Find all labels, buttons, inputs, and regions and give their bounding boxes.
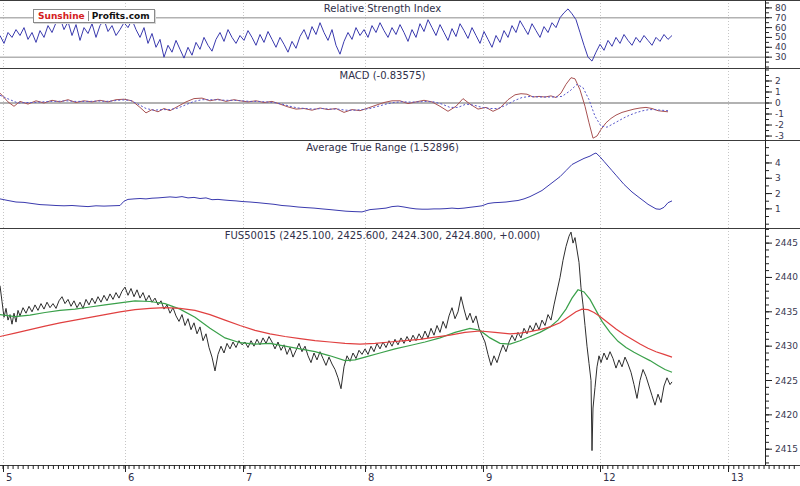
day-label: 7 bbox=[246, 472, 252, 483]
y-tick-label: 2435 bbox=[775, 307, 798, 317]
atr-line bbox=[0, 153, 672, 212]
y-tick-label: 30 bbox=[775, 52, 787, 62]
logo-profits: Profits.com bbox=[88, 11, 150, 21]
atr-plot: 1234 bbox=[0, 140, 800, 228]
y-tick-label: 2 bbox=[775, 76, 781, 86]
day-label: 12 bbox=[603, 472, 616, 483]
y-tick-label: 0 bbox=[775, 98, 781, 108]
y-tick-label: -1 bbox=[775, 109, 784, 119]
y-tick-label: 4 bbox=[775, 158, 781, 168]
date-axis-plot: 567891213 bbox=[0, 465, 800, 486]
day-label: 8 bbox=[368, 472, 374, 483]
price-plot: 2415242024252430243524402445 bbox=[0, 228, 800, 465]
y-tick-label: 1 bbox=[775, 204, 781, 214]
y-tick-label: 60 bbox=[775, 23, 787, 33]
y-tick-label: 70 bbox=[775, 13, 787, 23]
y-tick-label: 3 bbox=[775, 173, 781, 183]
day-label: 6 bbox=[128, 472, 134, 483]
price-line bbox=[0, 232, 672, 451]
day-label: 13 bbox=[731, 472, 744, 483]
logo: SunshineProfits.com bbox=[33, 9, 155, 23]
y-tick-label: -3 bbox=[775, 131, 784, 140]
y-tick-label: 80 bbox=[775, 3, 787, 13]
date-axis: 567891213 bbox=[0, 465, 800, 486]
y-tick-label: 2445 bbox=[775, 238, 798, 248]
y-tick-label: 50 bbox=[775, 32, 787, 42]
y-tick-label: 2440 bbox=[775, 272, 798, 282]
day-label: 9 bbox=[486, 472, 492, 483]
ma-slow-line bbox=[0, 308, 672, 357]
y-tick-label: -2 bbox=[775, 120, 784, 130]
macd-plot: -3-2-1012 bbox=[0, 68, 800, 140]
y-tick-label: 2430 bbox=[775, 341, 798, 351]
macd-signal-line bbox=[0, 84, 668, 127]
chart-root: 304050607080 -3-2-1012 1234 241524202425… bbox=[0, 0, 800, 486]
atr-panel: 1234 bbox=[0, 140, 800, 228]
price-panel: 2415242024252430243524402445 bbox=[0, 228, 800, 465]
day-label: 5 bbox=[6, 472, 12, 483]
y-tick-label: 2415 bbox=[775, 444, 798, 454]
logo-sunshine: Sunshine bbox=[38, 11, 85, 21]
y-tick-label: 40 bbox=[775, 42, 787, 52]
y-tick-label: 2420 bbox=[775, 410, 798, 420]
y-tick-label: 2 bbox=[775, 189, 781, 199]
y-tick-label: 1 bbox=[775, 87, 781, 97]
y-tick-label: 2425 bbox=[775, 376, 798, 386]
macd-line bbox=[0, 78, 668, 139]
macd-panel: -3-2-1012 bbox=[0, 68, 800, 140]
